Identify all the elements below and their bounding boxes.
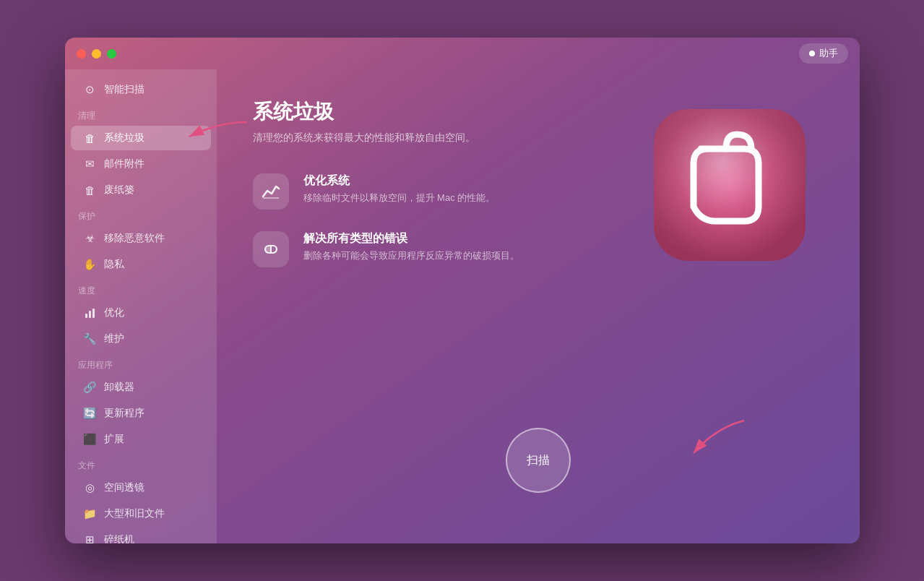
- sidebar-label-updater: 更新程序: [104, 407, 144, 420]
- sidebar-item-uninstaller[interactable]: 🔗 卸载器: [71, 375, 211, 400]
- traffic-lights: [77, 49, 116, 59]
- sidebar-item-optimize[interactable]: 优化: [71, 301, 211, 325]
- system-junk-icon: 🗑: [84, 132, 97, 145]
- sidebar-item-large-files[interactable]: 📁 大型和旧文件: [71, 502, 211, 526]
- sidebar-item-system-junk[interactable]: 🗑 系统垃圾: [71, 126, 211, 150]
- updater-icon: 🔄: [84, 407, 97, 420]
- feature-text-optimize: 优化系统 移除临时文件以释放空间，提升 Mac 的性能。: [303, 173, 496, 205]
- assistant-label: 助手: [819, 47, 838, 60]
- privacy-icon: ✋: [84, 258, 97, 271]
- title-bar: 助手: [65, 38, 860, 69]
- sidebar-label-trash: 废纸篓: [104, 184, 134, 197]
- section-label-files: 文件: [65, 452, 217, 475]
- svg-rect-6: [654, 109, 806, 261]
- feature-desc-optimize: 移除临时文件以释放空间，提升 Mac 的性能。: [303, 191, 496, 205]
- section-label-clean: 清理: [65, 103, 217, 125]
- feature-desc-fix-errors: 删除各种可能会导致应用程序反应异常的破损项目。: [303, 249, 519, 262]
- space-lens-icon: ◎: [84, 481, 97, 494]
- close-button[interactable]: [77, 49, 86, 59]
- sidebar-item-trash[interactable]: 🗑 废纸篓: [71, 178, 211, 202]
- sidebar-item-space-lens[interactable]: ◎ 空间透镜: [71, 475, 211, 500]
- maintenance-icon: 🔧: [84, 332, 97, 345]
- feature-title-fix-errors: 解决所有类型的错误: [303, 231, 519, 246]
- mail-icon: ✉: [84, 158, 97, 171]
- sidebar-label-extensions: 扩展: [104, 433, 124, 446]
- app-icon: [636, 91, 824, 279]
- annotation-arrow-scan: [657, 413, 751, 464]
- sidebar-item-malware[interactable]: ☣ 移除恶意软件: [71, 226, 211, 251]
- malware-icon: ☣: [84, 232, 97, 245]
- sidebar-item-shredder[interactable]: ⊞ 碎纸机: [71, 528, 211, 543]
- sidebar-label-large-files: 大型和旧文件: [104, 507, 165, 520]
- minimize-button[interactable]: [92, 49, 101, 59]
- sidebar-label-smart-scan: 智能扫描: [104, 83, 144, 96]
- optimize-icon: [84, 306, 97, 319]
- sidebar-label-privacy: 隐私: [104, 258, 124, 271]
- section-label-apps: 应用程序: [65, 352, 217, 374]
- sidebar: ⊙ 智能扫描 清理 🗑 系统垃圾 ✉: [65, 69, 217, 543]
- sidebar-label-maintenance: 维护: [104, 332, 124, 345]
- svg-rect-1: [85, 314, 87, 318]
- sidebar-label-malware: 移除恶意软件: [104, 232, 165, 245]
- feature-icon-fix-errors: [253, 231, 289, 267]
- app-icon-container: [636, 91, 824, 279]
- scan-button-label: 扫描: [527, 453, 550, 468]
- assistant-button[interactable]: 助手: [799, 43, 848, 64]
- sidebar-label-system-junk: 系统垃圾: [104, 132, 144, 145]
- sidebar-item-smart-scan[interactable]: ⊙ 智能扫描: [71, 77, 211, 102]
- content-area: 系统垃圾 清理您的系统来获得最大的性能和释放自由空间。 优化系统 移除临时文件以…: [217, 69, 860, 543]
- app-window: 助手 ⊙ 智能扫描 清理 🗑 系统垃圾: [65, 38, 860, 543]
- feature-icon-optimize: [253, 173, 289, 210]
- scan-button[interactable]: 扫描: [506, 428, 571, 493]
- feature-title-optimize: 优化系统: [303, 173, 496, 189]
- trash-icon: 🗑: [84, 184, 97, 197]
- section-label-protect: 保护: [65, 203, 217, 225]
- shredder-icon: ⊞: [84, 533, 97, 543]
- uninstaller-icon: 🔗: [84, 381, 97, 394]
- svg-rect-3: [92, 309, 95, 318]
- assistant-dot-icon: [809, 51, 815, 56]
- sidebar-item-updater[interactable]: 🔄 更新程序: [71, 401, 211, 426]
- large-files-icon: 📁: [84, 507, 97, 520]
- scan-area: 扫描: [253, 413, 824, 515]
- sidebar-label-shredder: 碎纸机: [104, 533, 134, 543]
- section-label-speed: 速度: [65, 277, 217, 300]
- sidebar-label-space-lens: 空间透镜: [104, 481, 144, 494]
- sidebar-item-extensions[interactable]: ⬛ 扩展: [71, 427, 211, 452]
- feature-text-fix-errors: 解决所有类型的错误 删除各种可能会导致应用程序反应异常的破损项目。: [303, 231, 519, 262]
- sidebar-item-maintenance[interactable]: 🔧 维护: [71, 327, 211, 351]
- maximize-button[interactable]: [107, 49, 116, 59]
- sidebar-label-optimize: 优化: [104, 306, 124, 319]
- extensions-icon: ⬛: [84, 433, 97, 446]
- scan-icon: ⊙: [84, 83, 97, 96]
- sidebar-item-mail-attachments[interactable]: ✉ 邮件附件: [71, 152, 211, 176]
- svg-rect-2: [89, 311, 91, 318]
- sidebar-item-privacy[interactable]: ✋ 隐私: [71, 252, 211, 277]
- sidebar-label-uninstaller: 卸载器: [104, 381, 134, 394]
- sidebar-label-mail: 邮件附件: [104, 158, 144, 171]
- svg-rect-10: [265, 246, 271, 253]
- main-content: ⊙ 智能扫描 清理 🗑 系统垃圾 ✉: [65, 69, 860, 543]
